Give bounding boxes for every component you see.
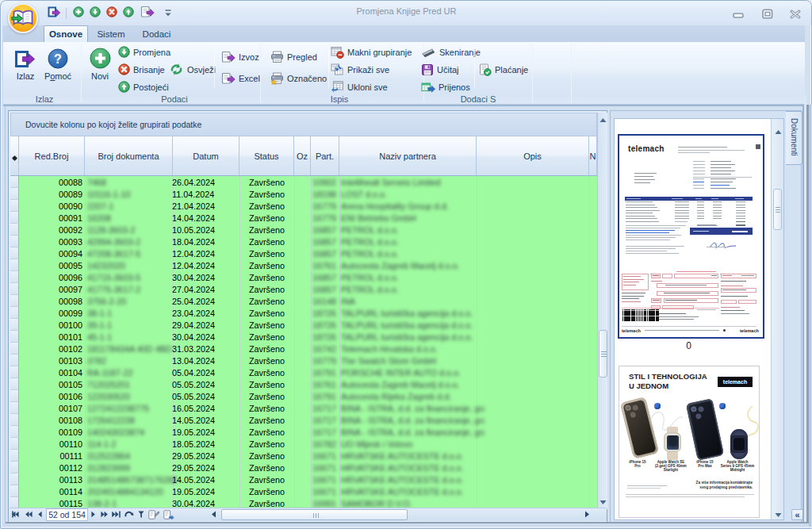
- svg-text:?: ?: [54, 52, 62, 66]
